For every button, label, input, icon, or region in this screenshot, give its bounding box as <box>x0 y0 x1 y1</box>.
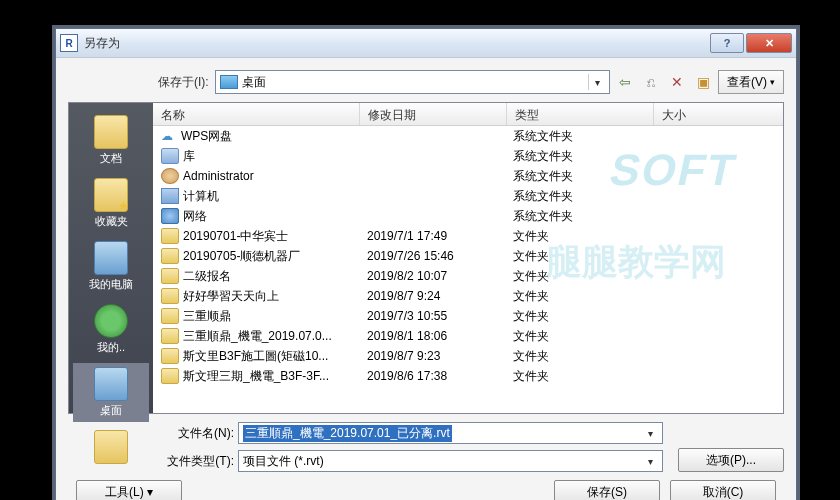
tools-button[interactable]: 工具(L) ▾ <box>76 480 182 500</box>
file-row[interactable]: 库系统文件夹 <box>153 146 783 166</box>
file-row[interactable]: 斯文理三期_機電_B3F-3F...2019/8/6 17:38文件夹 <box>153 366 783 386</box>
app-icon: R <box>60 34 78 52</box>
filename-label: 文件名(N): <box>164 425 234 442</box>
file-name: 网络 <box>183 208 207 225</box>
up-icon[interactable]: ⎌ <box>642 73 660 91</box>
lib-icon <box>161 148 179 164</box>
file-type: 文件夹 <box>505 368 651 385</box>
sidebar-item-1[interactable]: 收藏夹 <box>73 174 149 233</box>
file-type: 文件夹 <box>505 308 651 325</box>
file-type: 文件夹 <box>505 288 651 305</box>
file-row[interactable]: 三重順鼎_機電_2019.07.0...2019/8/1 18:06文件夹 <box>153 326 783 346</box>
folder-icon <box>161 248 179 264</box>
sidebar-item-2[interactable]: 我的电脑 <box>73 237 149 296</box>
folder-icon <box>161 348 179 364</box>
file-modified: 2019/8/1 18:06 <box>359 329 505 343</box>
file-row[interactable]: 20190705-顺德机器厂2019/7/26 15:46文件夹 <box>153 246 783 266</box>
file-type: 文件夹 <box>505 248 651 265</box>
file-type: 系统文件夹 <box>505 148 651 165</box>
window-title: 另存为 <box>84 35 710 52</box>
file-name: 好好學習天天向上 <box>183 288 279 305</box>
places-sidebar: 文档收藏夹我的电脑我的..桌面 <box>69 103 153 413</box>
back-icon[interactable]: ⇦ <box>616 73 634 91</box>
chevron-down-icon[interactable] <box>642 425 658 441</box>
file-name: 20190705-顺德机器厂 <box>183 248 300 265</box>
file-modified: 2019/8/6 17:38 <box>359 369 505 383</box>
sidebar-item-0[interactable]: 文档 <box>73 111 149 170</box>
folder-icon <box>161 328 179 344</box>
net-icon <box>161 208 179 224</box>
sidebar-item-label: 我的.. <box>73 340 149 355</box>
file-row[interactable]: 好好學習天天向上2019/8/7 9:24文件夹 <box>153 286 783 306</box>
file-name: 三重顺鼎 <box>183 308 231 325</box>
location-dropdown[interactable]: 桌面 <box>215 70 610 94</box>
folder-icon <box>94 115 128 149</box>
file-type: 系统文件夹 <box>505 208 651 225</box>
file-name: 二级报名 <box>183 268 231 285</box>
file-name: WPS网盘 <box>181 128 232 145</box>
file-modified: 2019/8/7 9:23 <box>359 349 505 363</box>
new-folder-icon[interactable]: ▣ <box>694 73 712 91</box>
filename-input[interactable]: 三重順鼎_機電_2019.07.01_已分离.rvt <box>238 422 663 444</box>
save-in-label: 保存于(I): <box>158 74 209 91</box>
column-type[interactable]: 类型 <box>507 103 654 125</box>
sidebar-item-label: 收藏夹 <box>73 214 149 229</box>
dialog-body: SOFT 腿腿教学网 保存于(I): 桌面 ⇦ ⎌ ✕ ▣ 查看(V) 文档收藏… <box>56 58 796 500</box>
titlebar[interactable]: R 另存为 ? ✕ <box>56 29 796 58</box>
sidebar-item-3[interactable]: 我的.. <box>73 300 149 359</box>
file-name: 三重順鼎_機電_2019.07.0... <box>183 328 332 345</box>
folder-icon <box>161 368 179 384</box>
file-type: 系统文件夹 <box>505 128 651 145</box>
file-row[interactable]: 20190701-中华宾士2019/7/1 17:49文件夹 <box>153 226 783 246</box>
column-name[interactable]: 名称 <box>153 103 360 125</box>
file-row[interactable]: 计算机系统文件夹 <box>153 186 783 206</box>
file-row[interactable]: 斯文里B3F施工圖(矩磁10...2019/8/7 9:23文件夹 <box>153 346 783 366</box>
folder-icon <box>161 228 179 244</box>
file-row[interactable]: ☁WPS网盘系统文件夹 <box>153 126 783 146</box>
chevron-down-icon[interactable] <box>588 74 605 90</box>
save-as-dialog: R 另存为 ? ✕ SOFT 腿腿教学网 保存于(I): 桌面 ⇦ ⎌ ✕ ▣ … <box>55 28 797 500</box>
delete-icon[interactable]: ✕ <box>668 73 686 91</box>
filetype-label: 文件类型(T): <box>164 453 234 470</box>
file-modified: 2019/8/7 9:24 <box>359 289 505 303</box>
save-button[interactable]: 保存(S) <box>554 480 660 500</box>
chevron-down-icon[interactable] <box>642 453 658 469</box>
globe-icon <box>94 304 128 338</box>
column-modified[interactable]: 修改日期 <box>360 103 507 125</box>
file-type: 文件夹 <box>505 228 651 245</box>
star-icon <box>94 178 128 212</box>
file-type: 系统文件夹 <box>505 168 651 185</box>
cloud-icon: ☁ <box>161 129 177 143</box>
help-button[interactable]: ? <box>710 33 744 53</box>
options-button[interactable]: 选项(P)... <box>678 448 784 472</box>
file-row[interactable]: 网络系统文件夹 <box>153 206 783 226</box>
desktop-icon <box>220 75 238 89</box>
folder-icon <box>161 288 179 304</box>
view-menu-button[interactable]: 查看(V) <box>718 70 784 94</box>
file-modified: 2019/7/1 17:49 <box>359 229 505 243</box>
file-type: 文件夹 <box>505 268 651 285</box>
file-row[interactable]: Administrator系统文件夹 <box>153 166 783 186</box>
file-row[interactable]: 二级报名2019/8/2 10:07文件夹 <box>153 266 783 286</box>
sidebar-item-label: 文档 <box>73 151 149 166</box>
file-row[interactable]: 三重顺鼎2019/7/3 10:55文件夹 <box>153 306 783 326</box>
column-size[interactable]: 大小 <box>654 103 783 125</box>
file-name: 斯文里B3F施工圖(矩磁10... <box>183 348 328 365</box>
filename-value: 三重順鼎_機電_2019.07.01_已分离.rvt <box>243 425 452 442</box>
file-name: 20190701-中华宾士 <box>183 228 288 245</box>
filetype-select[interactable]: 项目文件 (*.rvt) <box>238 450 663 472</box>
file-modified: 2019/7/26 15:46 <box>359 249 505 263</box>
cancel-button[interactable]: 取消(C) <box>670 480 776 500</box>
filetype-value: 项目文件 (*.rvt) <box>243 453 324 470</box>
pc-icon <box>161 188 179 204</box>
sidebar-item-label: 我的电脑 <box>73 277 149 292</box>
file-name: Administrator <box>183 169 254 183</box>
file-modified: 2019/8/2 10:07 <box>359 269 505 283</box>
computer-icon <box>94 367 128 401</box>
computer-icon <box>94 241 128 275</box>
file-name: 斯文理三期_機電_B3F-3F... <box>183 368 329 385</box>
file-type: 文件夹 <box>505 348 651 365</box>
file-type: 系统文件夹 <box>505 188 651 205</box>
close-button[interactable]: ✕ <box>746 33 792 53</box>
folder-icon <box>161 308 179 324</box>
